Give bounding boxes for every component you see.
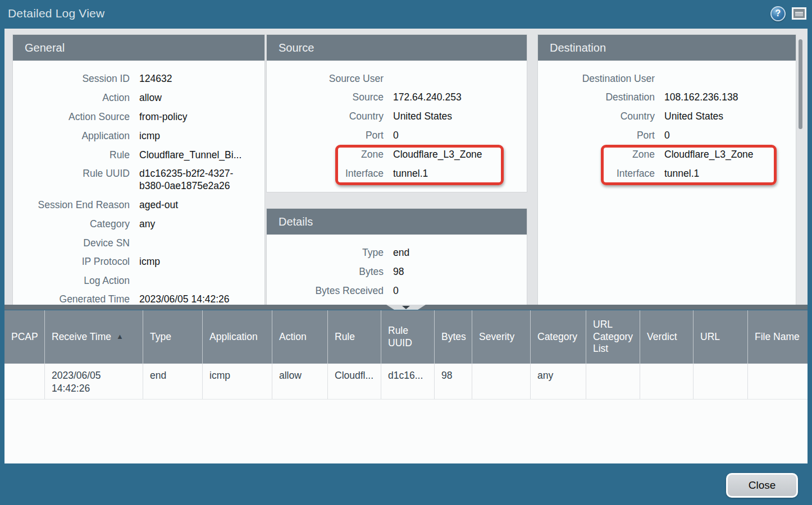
cell-url-category-list bbox=[586, 364, 640, 399]
field-label: Log Action bbox=[13, 275, 130, 287]
column-header-label: Action bbox=[279, 331, 307, 343]
field-label: Interface bbox=[538, 168, 655, 180]
column-header-bytes[interactable]: Bytes bbox=[435, 310, 472, 364]
window-icon[interactable] bbox=[792, 7, 806, 20]
log-detail-area: General Session ID124632 Actionallow Act… bbox=[4, 29, 808, 305]
field-value: icmp bbox=[139, 130, 160, 143]
field-label: Session End Reason bbox=[13, 199, 130, 211]
field-row-ip-protocol: IP Protocolicmp bbox=[13, 252, 264, 272]
table-row[interactable]: 2023/06/05 14:42:26 end icmp allow Cloud… bbox=[4, 364, 808, 400]
column-header-type[interactable]: Type bbox=[143, 310, 203, 364]
field-value: Cloudflare_Tunnel_Bi... bbox=[139, 149, 241, 162]
close-button[interactable]: Close bbox=[726, 473, 798, 498]
column-header-label: Bytes bbox=[441, 331, 466, 343]
column-header-pcap[interactable]: PCAP bbox=[4, 310, 45, 364]
cell-receive-time: 2023/06/05 14:42:26 bbox=[45, 364, 143, 399]
column-header-category[interactable]: Category bbox=[531, 310, 586, 364]
field-value: Cloudflare_L3_Zone bbox=[664, 149, 754, 161]
source-panel-body: Source User Source172.64.240.253 Country… bbox=[267, 61, 527, 183]
column-header-rule[interactable]: Rule bbox=[328, 310, 381, 364]
field-row-generated-time: Generated Time2023/06/05 14:42:26 bbox=[13, 290, 264, 305]
column-header-label: File Name bbox=[755, 331, 800, 343]
cell-rule: Cloudfl... bbox=[328, 364, 381, 399]
field-label: Interface bbox=[267, 168, 384, 180]
field-row-type: Typeend bbox=[267, 244, 527, 263]
source-panel-title: Source bbox=[267, 35, 527, 61]
field-label: Zone bbox=[538, 149, 655, 160]
field-row-destination-zone: ZoneCloudflare_L3_Zone bbox=[538, 145, 796, 164]
field-value: 0 bbox=[664, 130, 670, 142]
field-row-session-end-reason: Session End Reasonaged-out bbox=[13, 196, 264, 215]
field-value: Cloudflare_L3_Zone bbox=[393, 149, 482, 161]
field-row-source-interface: Interfacetunnel.1 bbox=[267, 164, 527, 183]
field-label: Country bbox=[538, 111, 655, 122]
column-header-action[interactable]: Action bbox=[272, 310, 328, 364]
column-header-verdict[interactable]: Verdict bbox=[640, 310, 694, 364]
field-value: end bbox=[393, 247, 409, 259]
vertical-scrollbar-thumb[interactable] bbox=[799, 39, 802, 129]
column-header-label: Category bbox=[537, 331, 577, 343]
dialog-title: Detailed Log View bbox=[8, 0, 104, 27]
help-icon[interactable]: ? bbox=[770, 6, 786, 21]
field-row-destination: Destination108.162.236.138 bbox=[538, 88, 796, 107]
field-label: Destination User bbox=[538, 73, 655, 85]
field-value: United States bbox=[393, 111, 452, 123]
panel-splitter bbox=[4, 305, 808, 310]
field-label: Source bbox=[267, 91, 384, 103]
column-header-application[interactable]: Application bbox=[203, 310, 272, 364]
column-header-rule-uuid[interactable]: Rule UUID bbox=[381, 310, 435, 364]
column-header-url[interactable]: URL bbox=[694, 310, 748, 364]
field-label: Action bbox=[13, 92, 130, 104]
field-value: 2023/06/05 14:42:26 bbox=[139, 293, 230, 305]
field-row-application: Applicationicmp bbox=[13, 127, 264, 146]
column-header-url-category-list[interactable]: URL Category List bbox=[586, 310, 640, 364]
field-value: 124632 bbox=[139, 73, 172, 85]
cell-category: any bbox=[531, 364, 586, 399]
field-value: United States bbox=[664, 111, 723, 123]
field-label: Action Source bbox=[13, 111, 130, 123]
field-value: 0 bbox=[393, 130, 399, 142]
destination-panel: Destination Destination User Destination… bbox=[538, 35, 796, 305]
field-label: Generated Time bbox=[13, 293, 130, 305]
detailed-log-view-dialog: { "colors": { "titlebar_teal": "#2e6b8d"… bbox=[0, 0, 812, 505]
general-panel-body: Session ID124632 Actionallow Action Sour… bbox=[13, 61, 264, 305]
cell-verdict bbox=[640, 364, 694, 399]
field-value: allow bbox=[139, 92, 162, 104]
field-row-source: Source172.64.240.253 bbox=[267, 88, 527, 107]
field-label: Port bbox=[538, 130, 655, 141]
field-label: Bytes Received bbox=[267, 285, 384, 297]
field-row-destination-interface: Interfacetunnel.1 bbox=[538, 164, 796, 183]
field-label: Category bbox=[13, 218, 130, 230]
field-value: tunnel.1 bbox=[664, 168, 699, 180]
source-panel: Source Source User Source172.64.240.253 … bbox=[267, 35, 527, 192]
field-value: tunnel.1 bbox=[393, 168, 428, 180]
field-label: Device SN bbox=[13, 237, 130, 249]
field-row-rule: RuleCloudflare_Tunnel_Bi... bbox=[13, 146, 264, 165]
column-header-file-name[interactable]: File Name bbox=[748, 310, 808, 364]
field-row-log-action: Log Action bbox=[13, 272, 264, 290]
column-header-label: Type bbox=[150, 331, 171, 343]
field-label: Session ID bbox=[13, 73, 130, 85]
field-label: Application bbox=[13, 130, 130, 142]
log-entries-table: PCAP Receive Time▲ Type Application Acti… bbox=[4, 310, 808, 463]
chevron-down-icon bbox=[402, 306, 410, 309]
column-header-label: Application bbox=[209, 331, 258, 343]
column-header-receive-time[interactable]: Receive Time▲ bbox=[45, 310, 143, 364]
column-header-severity[interactable]: Severity bbox=[472, 310, 531, 364]
column-header-label: Rule bbox=[335, 331, 355, 343]
field-row-source-user: Source User bbox=[267, 70, 527, 88]
general-panel-title: General bbox=[13, 35, 264, 61]
cell-url bbox=[694, 364, 748, 399]
field-label: Destination bbox=[538, 91, 655, 103]
field-label: Source User bbox=[267, 73, 384, 85]
field-row-source-country: CountryUnited States bbox=[267, 107, 527, 126]
field-row-destination-port: Port0 bbox=[538, 126, 796, 145]
details-panel-body: Typeend Bytes98 Bytes Received0 bbox=[267, 235, 527, 301]
cell-severity bbox=[472, 364, 531, 399]
destination-panel-body: Destination User Destination108.162.236.… bbox=[538, 61, 796, 183]
field-label: Bytes bbox=[267, 266, 384, 278]
sort-ascending-icon: ▲ bbox=[116, 332, 124, 341]
field-row-category: Categoryany bbox=[13, 215, 264, 234]
field-row-source-port: Port0 bbox=[267, 126, 527, 145]
general-panel: General Session ID124632 Actionallow Act… bbox=[13, 35, 264, 305]
